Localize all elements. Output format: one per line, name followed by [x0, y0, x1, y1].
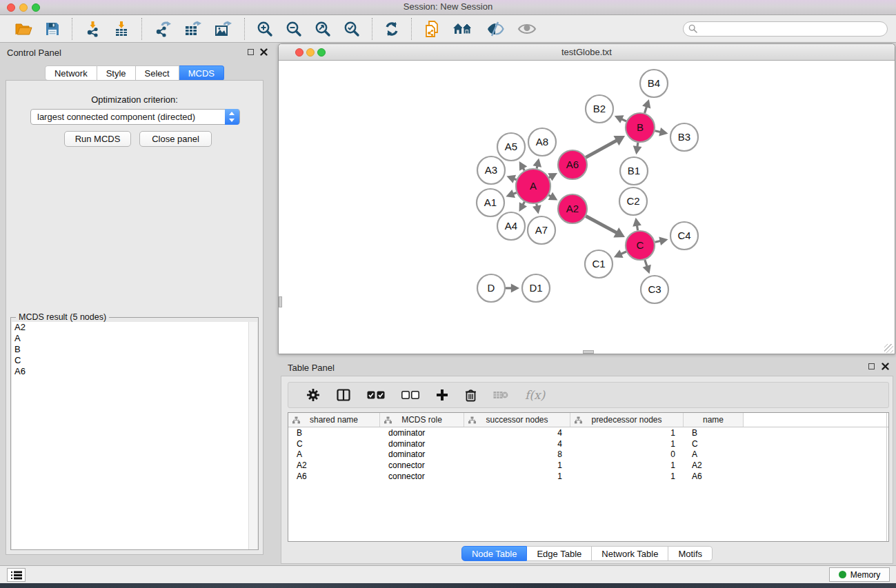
- search-input[interactable]: [683, 21, 888, 37]
- task-history-button[interactable]: [7, 568, 26, 582]
- graph-node-A8[interactable]: A8: [528, 128, 556, 156]
- open-session-button[interactable]: [8, 17, 39, 41]
- column-layout-button[interactable]: [328, 385, 359, 405]
- close-panel-button[interactable]: Close panel: [139, 131, 212, 147]
- deselect-all-columns-button[interactable]: [393, 385, 428, 405]
- optimization-criterion-select[interactable]: largest connected component (directed): [30, 109, 240, 125]
- zoom-window-button[interactable]: [32, 3, 40, 12]
- column-header-successor-nodes[interactable]: successor nodes: [464, 413, 570, 427]
- graph-node-A[interactable]: A: [516, 169, 550, 203]
- table-scrollbar[interactable]: [886, 413, 887, 541]
- graph-node-C2[interactable]: C2: [619, 187, 647, 215]
- table-row[interactable]: Bdominator41B: [288, 427, 888, 438]
- graph-node-B3[interactable]: B3: [670, 123, 698, 151]
- refresh-button[interactable]: [378, 17, 406, 41]
- tab-motifs[interactable]: Motifs: [668, 546, 713, 561]
- network-canvas[interactable]: AA6A2BCB4B2B3B1A5A8A3A1A4A7C2C4C1C3DD1: [279, 61, 894, 354]
- result-item[interactable]: C: [12, 355, 249, 366]
- graph-edge-A-A7: [532, 204, 541, 214]
- float-panel-icon[interactable]: [248, 49, 254, 55]
- graph-node-C1[interactable]: C1: [585, 250, 613, 278]
- table-row[interactable]: Adominator80A: [288, 449, 888, 460]
- hide-graphics-details-button[interactable]: [479, 17, 511, 41]
- table-settings-button[interactable]: [298, 385, 328, 405]
- import-table-button[interactable]: [107, 17, 136, 41]
- create-column-button[interactable]: [428, 385, 457, 405]
- column-header-predecessor-nodes[interactable]: predecessor nodes: [570, 413, 684, 427]
- graph-node-A4[interactable]: A4: [497, 212, 525, 240]
- graph-node-A2[interactable]: A2: [558, 194, 587, 223]
- zoom-network-button[interactable]: [317, 48, 326, 57]
- column-header-mcds-role[interactable]: MCDS role: [380, 413, 464, 427]
- table-row[interactable]: A6connector11A6: [288, 471, 888, 482]
- column-header-shared-name[interactable]: shared name: [288, 413, 380, 427]
- graph-node-C3[interactable]: C3: [641, 276, 668, 303]
- save-session-button[interactable]: [39, 17, 66, 41]
- minimize-window-button[interactable]: [19, 3, 28, 12]
- show-hide-eye-button[interactable]: [511, 17, 543, 41]
- clone-network-button[interactable]: [417, 17, 446, 41]
- result-scrollbar[interactable]: [248, 322, 257, 549]
- graph-node-A6[interactable]: A6: [558, 150, 587, 179]
- graph-node-B[interactable]: B: [626, 113, 655, 142]
- result-item[interactable]: A6: [12, 366, 249, 377]
- delete-column-button[interactable]: [457, 385, 485, 405]
- table-row[interactable]: Cdominator41C: [288, 438, 888, 449]
- graph-node-label: C1: [592, 258, 605, 270]
- tab-network-table[interactable]: Network Table: [592, 546, 668, 561]
- tab-mcds[interactable]: MCDS: [179, 65, 224, 81]
- zoom-out-button[interactable]: [279, 17, 308, 41]
- export-image-icon: [215, 21, 232, 37]
- select-all-columns-button[interactable]: [359, 385, 393, 405]
- tab-edge-table[interactable]: Edge Table: [527, 546, 592, 561]
- table-cell: 4: [464, 428, 570, 438]
- graph-node-C[interactable]: C: [626, 231, 655, 260]
- tab-style[interactable]: Style: [97, 65, 136, 81]
- hide-graphics-details-icon: [486, 21, 505, 37]
- graph-node-A1[interactable]: A1: [477, 189, 504, 216]
- memory-button[interactable]: Memory: [829, 567, 890, 582]
- home-button[interactable]: [446, 17, 479, 41]
- zoom-in-button[interactable]: [250, 17, 279, 41]
- graph-node-B4[interactable]: B4: [640, 70, 668, 97]
- result-item[interactable]: A2: [12, 322, 249, 333]
- window-resize-grip[interactable]: [884, 344, 893, 353]
- zoom-selected-button[interactable]: [337, 17, 366, 41]
- graph-node-A5[interactable]: A5: [497, 133, 525, 161]
- graph-node-D[interactable]: D: [477, 274, 505, 302]
- select-stepper-icon: [225, 109, 239, 125]
- zoom-fit-button[interactable]: [308, 17, 337, 41]
- minimize-network-button[interactable]: [306, 48, 315, 57]
- tab-select[interactable]: Select: [136, 65, 179, 81]
- column-header-name[interactable]: name: [684, 413, 744, 427]
- result-item[interactable]: A: [12, 333, 249, 344]
- table-cell: 4: [464, 439, 570, 449]
- run-mcds-button[interactable]: Run MCDS: [64, 131, 131, 147]
- result-item[interactable]: B: [12, 344, 249, 355]
- graph-node-A3[interactable]: A3: [477, 156, 505, 184]
- close-panel-icon[interactable]: [260, 48, 268, 56]
- node-table: shared nameMCDS rolesuccessor nodesprede…: [288, 412, 889, 542]
- export-network-button[interactable]: [148, 17, 178, 41]
- canvas-bottom-grip[interactable]: [583, 350, 594, 354]
- canvas-left-grip[interactable]: [279, 296, 282, 307]
- graph-node-B1[interactable]: B1: [620, 157, 648, 185]
- export-table-button[interactable]: [178, 17, 208, 41]
- close-table-panel-icon[interactable]: [882, 363, 889, 370]
- delete-table-button[interactable]: [485, 385, 517, 405]
- mcds-result-list[interactable]: A2ABCA6: [12, 322, 249, 549]
- table-row[interactable]: A2connector11A2: [288, 460, 888, 471]
- function-builder-button[interactable]: f(x): [517, 385, 553, 405]
- import-network-button[interactable]: [78, 17, 107, 41]
- float-table-panel-icon[interactable]: [868, 363, 875, 369]
- close-window-button[interactable]: [7, 3, 15, 12]
- search-field-wrap: [683, 21, 888, 37]
- graph-node-D1[interactable]: D1: [522, 274, 550, 302]
- tab-node-table[interactable]: Node Table: [461, 546, 528, 561]
- export-image-button[interactable]: [208, 17, 239, 41]
- graph-node-A7[interactable]: A7: [528, 216, 555, 244]
- close-network-button[interactable]: [295, 48, 303, 57]
- graph-node-B2[interactable]: B2: [586, 95, 613, 123]
- graph-node-C4[interactable]: C4: [670, 222, 698, 250]
- tab-network[interactable]: Network: [45, 65, 97, 81]
